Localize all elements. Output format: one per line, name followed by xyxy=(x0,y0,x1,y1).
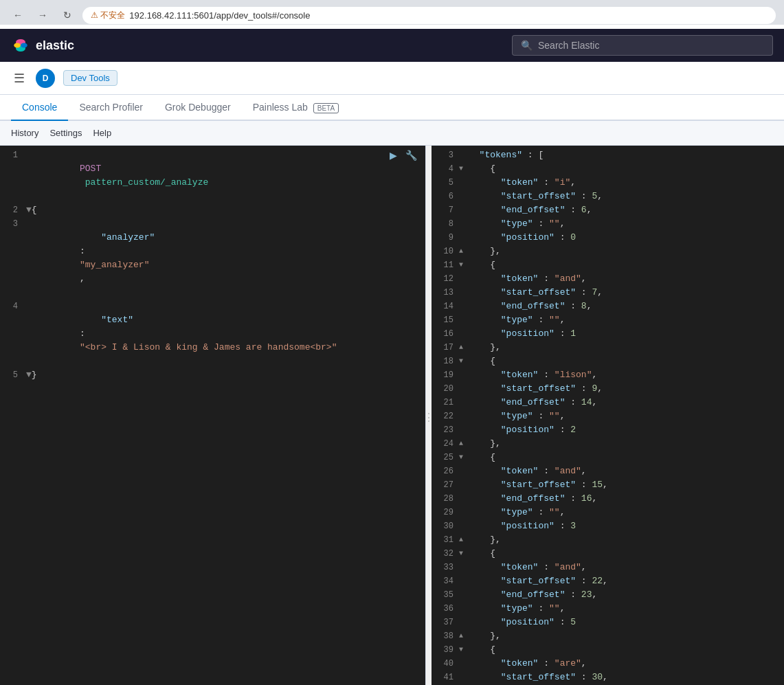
output-line-number: 28 xyxy=(434,492,459,506)
output-line: 20 "start_offset" : 9, xyxy=(432,382,784,396)
output-line-content: }, xyxy=(469,341,781,355)
output-line-content: "position" : 3 xyxy=(469,519,781,533)
output-line-content: "type" : "", xyxy=(469,506,781,519)
output-fold-icon[interactable]: ▼ xyxy=(459,643,469,657)
output-line-content: "position" : 1 xyxy=(469,327,781,341)
output-line-number: 27 xyxy=(434,478,459,492)
panel-divider[interactable]: ⋮ xyxy=(426,146,432,685)
settings-button[interactable]: Settings xyxy=(49,125,82,141)
output-fold-icon[interactable]: ▼ xyxy=(459,547,469,561)
output-line: 3 "tokens" : [ xyxy=(432,148,784,162)
reload-button[interactable]: ↻ xyxy=(58,5,77,25)
url-path: pattern_custom/_analyze xyxy=(80,177,208,188)
editor-line: 5 ▼ } xyxy=(0,368,425,382)
output-line: 6 "start_offset" : 5, xyxy=(432,190,784,203)
output-line: 24▲ }, xyxy=(432,437,784,451)
output-line-number: 16 xyxy=(434,327,459,341)
tab-grok-debugger[interactable]: Grok Debugger xyxy=(154,95,242,121)
line-content: "text" : "<br> I & Lison & king & James … xyxy=(26,300,420,368)
output-line: 26 "token" : "and", xyxy=(432,464,784,478)
output-fold-icon[interactable]: ▲ xyxy=(459,341,469,355)
output-line: 15 "type" : "", xyxy=(432,313,784,327)
back-button[interactable]: ← xyxy=(8,5,27,25)
toolbar: ☰ D Dev Tools xyxy=(0,62,784,95)
output-line: 25▼ { xyxy=(432,451,784,464)
output-line-content: "start_offset" : 15, xyxy=(469,478,781,492)
editor-line: 3 "analyzer" : "my_analyzer" , xyxy=(0,217,425,300)
output-line: 39▼ { xyxy=(432,643,784,657)
output-line-number: 37 xyxy=(434,616,459,629)
user-avatar[interactable]: D xyxy=(36,69,55,88)
tab-search-profiler[interactable]: Search Profiler xyxy=(68,95,154,121)
avatar-label: D xyxy=(43,74,49,83)
output-line-number: 39 xyxy=(434,643,459,657)
dev-tools-button[interactable]: Dev Tools xyxy=(63,70,117,86)
global-search-bar[interactable]: 🔍 Search Elastic xyxy=(512,35,773,56)
editor-content[interactable]: 1 POST pattern_custom/_analyze 2 ▼ { 3 "… xyxy=(0,146,425,685)
output-fold-icon[interactable]: ▼ xyxy=(459,355,469,368)
fold-icon[interactable]: ▼ xyxy=(26,368,32,382)
editor-line: 1 POST pattern_custom/_analyze xyxy=(0,148,425,203)
tabs-bar: Console Search Profiler Grok Debugger Pa… xyxy=(0,95,784,121)
output-line-content: "end_offset" : 16, xyxy=(469,492,781,506)
output-line-number: 17 xyxy=(434,341,459,355)
forward-button[interactable]: → xyxy=(33,5,52,25)
output-fold-icon[interactable]: ▼ xyxy=(459,258,469,272)
output-line-content: "start_offset" : 9, xyxy=(469,382,781,396)
run-button[interactable]: ▶ xyxy=(387,148,400,162)
output-panel[interactable]: 3 "tokens" : [4▼ {5 "token" : "i",6 "sta… xyxy=(432,146,784,685)
address-bar[interactable]: ⚠ 不安全 192.168.42.111:5601/app/dev_tools#… xyxy=(82,7,776,24)
output-line-number: 21 xyxy=(434,396,459,409)
output-line: 8 "type" : "", xyxy=(432,217,784,231)
output-line-content: "start_offset" : 30, xyxy=(469,671,781,684)
tab-console[interactable]: Console xyxy=(11,95,68,121)
output-line: 40 "token" : "are", xyxy=(432,657,784,671)
output-line-number: 15 xyxy=(434,313,459,327)
output-line-content: "position" : 2 xyxy=(469,423,781,437)
line-content: POST pattern_custom/_analyze xyxy=(26,148,420,203)
output-line-number: 33 xyxy=(434,561,459,574)
output-line-number: 19 xyxy=(434,368,459,382)
output-line-number: 23 xyxy=(434,423,459,437)
output-line-content: { xyxy=(469,643,781,657)
wrench-button[interactable]: 🔧 xyxy=(403,148,420,162)
output-line: 18▼ { xyxy=(432,355,784,368)
main-content: ▶ 🔧 1 POST pattern_custom/_analyze 2 ▼ {… xyxy=(0,146,784,685)
editor-panel: ▶ 🔧 1 POST pattern_custom/_analyze 2 ▼ {… xyxy=(0,146,426,685)
history-button[interactable]: History xyxy=(11,125,38,141)
method-keyword: POST xyxy=(80,164,101,174)
json-key: "analyzer" xyxy=(80,232,155,243)
fold-icon[interactable]: ▼ xyxy=(26,203,32,217)
output-line-content: "token" : "lison", xyxy=(469,368,781,382)
output-line: 32▼ { xyxy=(432,547,784,561)
output-fold-icon[interactable]: ▲ xyxy=(459,533,469,547)
output-fold-icon[interactable]: ▼ xyxy=(459,451,469,464)
output-fold-icon[interactable]: ▲ xyxy=(459,437,469,451)
output-line-number: 4 xyxy=(434,162,459,176)
output-line-content: "token" : "and", xyxy=(469,272,781,286)
help-button[interactable]: Help xyxy=(93,125,111,141)
browser-chrome: ← → ↻ ⚠ 不安全 192.168.42.111:5601/app/dev_… xyxy=(0,0,784,25)
output-line-number: 24 xyxy=(434,437,459,451)
line-content: { xyxy=(32,203,420,217)
output-line-content: "start_offset" : 22, xyxy=(469,574,781,588)
line-number: 5 xyxy=(5,368,26,382)
output-fold-icon[interactable]: ▲ xyxy=(459,629,469,643)
hamburger-button[interactable]: ☰ xyxy=(11,68,27,89)
output-line: 9 "position" : 0 xyxy=(432,231,784,245)
output-line-number: 6 xyxy=(434,190,459,203)
line-content: "analyzer" : "my_analyzer" , xyxy=(26,217,420,300)
output-line-number: 20 xyxy=(434,382,459,396)
app-title: elastic xyxy=(36,38,74,53)
output-line-content: { xyxy=(469,355,781,368)
warning-text: 不安全 xyxy=(100,10,125,20)
output-line-content: "position" : 0 xyxy=(469,231,781,245)
output-line-number: 18 xyxy=(434,355,459,368)
output-fold-icon[interactable]: ▼ xyxy=(459,162,469,176)
browser-nav: ← → ↻ ⚠ 不安全 192.168.42.111:5601/app/dev_… xyxy=(8,5,776,25)
output-line-content: "start_offset" : 5, xyxy=(469,190,781,203)
output-line: 41 "start_offset" : 30, xyxy=(432,671,784,684)
output-fold-icon[interactable]: ▲ xyxy=(459,245,469,258)
tab-painless-lab[interactable]: Painless Lab BETA xyxy=(242,95,350,121)
output-line-number: 22 xyxy=(434,409,459,423)
